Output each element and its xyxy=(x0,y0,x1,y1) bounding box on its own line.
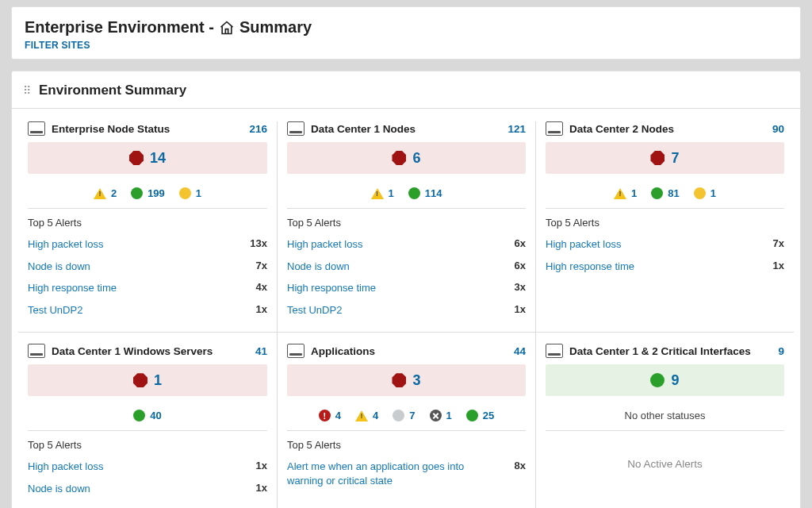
sub-status-item[interactable]: 1 xyxy=(694,187,716,199)
status-band-value: 14 xyxy=(150,150,166,167)
card-title: Data Center 2 Nodes xyxy=(569,123,674,135)
summary-card: Data Center 2 Nodes9071811Top 5 AlertsHi… xyxy=(535,121,794,332)
sub-status-item[interactable]: 114 xyxy=(408,187,442,199)
alert-count: 13x xyxy=(250,237,267,249)
alert-row: Test UnDP21x xyxy=(28,299,267,321)
page-title-suffix: Summary xyxy=(239,18,312,37)
sub-status-item[interactable]: 1 xyxy=(179,187,201,199)
sub-status-item[interactable]: 1 xyxy=(430,410,452,421)
environment-summary-panel: ⠿ Environment Summary Enterprise Node St… xyxy=(11,71,801,508)
node-group-icon xyxy=(287,121,304,136)
alert-row: Alert me when an application goes into w… xyxy=(287,456,526,491)
status-band-value: 9 xyxy=(671,372,679,389)
alert-link[interactable]: High packet loss xyxy=(28,237,103,252)
sub-status-value: 4 xyxy=(335,410,341,421)
sub-status-value: 1 xyxy=(196,187,201,199)
summary-card: Data Center 1 Nodes12161114Top 5 AlertsH… xyxy=(277,121,535,332)
status-band[interactable]: 14 xyxy=(28,142,267,174)
alerts-heading: Top 5 Alerts xyxy=(287,217,526,229)
alerts-heading: Top 5 Alerts xyxy=(28,439,267,451)
sub-status-item[interactable]: 7 xyxy=(393,410,415,421)
status-band[interactable]: 3 xyxy=(287,364,526,396)
warning-icon xyxy=(179,187,191,199)
alert-count: 6x xyxy=(515,237,526,249)
alert-link[interactable]: Node is down xyxy=(287,260,350,274)
drag-handle-icon[interactable]: ⠿ xyxy=(23,85,31,96)
sub-status-value: 114 xyxy=(425,187,442,199)
alert-count: 3x xyxy=(515,281,526,293)
filter-sites-link[interactable]: FILTER SITES xyxy=(25,40,90,51)
home-icon xyxy=(219,20,235,36)
sub-status-item[interactable]: 40 xyxy=(133,410,161,421)
card-count[interactable]: 9 xyxy=(778,345,784,357)
node-group-icon xyxy=(28,121,45,136)
panel-title: Environment Summary xyxy=(39,83,186,98)
sub-status-item[interactable]: 1 xyxy=(371,187,394,199)
alert-row: High response time3x xyxy=(287,277,526,299)
up-icon xyxy=(131,187,143,199)
card-count[interactable]: 44 xyxy=(514,345,526,357)
panel-header: ⠿ Environment Summary xyxy=(12,71,800,109)
sub-status-row: 447125 xyxy=(287,402,526,431)
sub-status-row: No other statuses xyxy=(546,402,784,431)
page-header: Enterprise Environment - Summary FILTER … xyxy=(11,6,801,60)
card-count[interactable]: 216 xyxy=(249,123,267,135)
sub-status-item[interactable]: 1 xyxy=(614,187,637,199)
alert-row: Test UnDP21x xyxy=(287,299,526,321)
critical-icon xyxy=(392,151,406,165)
unknown-icon xyxy=(393,410,404,421)
alert-link[interactable]: High packet loss xyxy=(546,237,621,252)
node-group-icon xyxy=(546,121,563,136)
alert-link[interactable]: Node is down xyxy=(28,482,90,496)
sub-status-value: 1 xyxy=(710,187,716,199)
critical-icon xyxy=(129,151,144,165)
alerts-heading: Top 5 Alerts xyxy=(287,439,526,451)
alert-count: 1x xyxy=(256,482,267,494)
alert-link[interactable]: Test UnDP2 xyxy=(28,303,82,318)
sub-status-row: 21991 xyxy=(28,180,267,209)
card-count[interactable]: 41 xyxy=(255,345,267,357)
status-band[interactable]: 1 xyxy=(28,364,267,396)
summary-card: Applications443447125Top 5 AlertsAlert m… xyxy=(277,332,535,508)
sub-status-item[interactable]: 2 xyxy=(94,187,117,199)
alert-count: 1x xyxy=(515,303,526,315)
alert-link[interactable]: Node is down xyxy=(28,260,90,274)
sub-status-item[interactable]: 199 xyxy=(131,187,165,199)
sub-status-item[interactable]: 81 xyxy=(651,187,679,199)
alert-row: High response time1x xyxy=(546,256,784,278)
alert-row: High packet loss1x xyxy=(28,456,267,478)
sub-status-value: 25 xyxy=(483,410,494,421)
status-band-value: 7 xyxy=(671,150,679,167)
alert-link[interactable]: High response time xyxy=(28,281,117,295)
alert-row: Node is down7x xyxy=(28,256,267,278)
sub-status-item[interactable]: 25 xyxy=(466,410,494,421)
no-active-alerts: No Active Alerts xyxy=(546,431,784,478)
status-band[interactable]: 9 xyxy=(546,364,784,396)
status-band[interactable]: 7 xyxy=(546,142,784,174)
alert-row: High packet loss6x xyxy=(287,233,526,256)
status-band[interactable]: 6 xyxy=(287,142,526,174)
sub-status-item[interactable]: 4 xyxy=(319,410,341,421)
sub-status-item[interactable]: 4 xyxy=(355,410,378,421)
up-icon xyxy=(408,187,420,199)
alert-count: 1x xyxy=(256,460,267,471)
card-count[interactable]: 121 xyxy=(508,123,526,135)
alert-link[interactable]: Test UnDP2 xyxy=(287,303,342,318)
alert-link[interactable]: High packet loss xyxy=(287,237,362,252)
sub-status-value: 4 xyxy=(373,410,378,421)
alert-row: High packet loss7x xyxy=(546,233,784,256)
sub-status-value: 2 xyxy=(111,187,117,199)
alert-link[interactable]: Alert me when an application goes into w… xyxy=(287,460,473,487)
alerts-heading: Top 5 Alerts xyxy=(28,217,267,229)
alert-link[interactable]: High response time xyxy=(546,260,634,274)
up-icon xyxy=(650,373,665,387)
alert-link[interactable]: High packet loss xyxy=(28,460,103,474)
card-title: Data Center 1 & 2 Critical Interfaces xyxy=(569,345,751,357)
up-icon xyxy=(133,410,145,421)
warning-icon xyxy=(694,187,706,199)
alert-link[interactable]: High response time xyxy=(287,281,376,295)
up-icon xyxy=(651,187,663,199)
status-band-value: 3 xyxy=(412,372,420,389)
status-band-value: 1 xyxy=(154,372,162,389)
card-count[interactable]: 90 xyxy=(772,123,784,135)
